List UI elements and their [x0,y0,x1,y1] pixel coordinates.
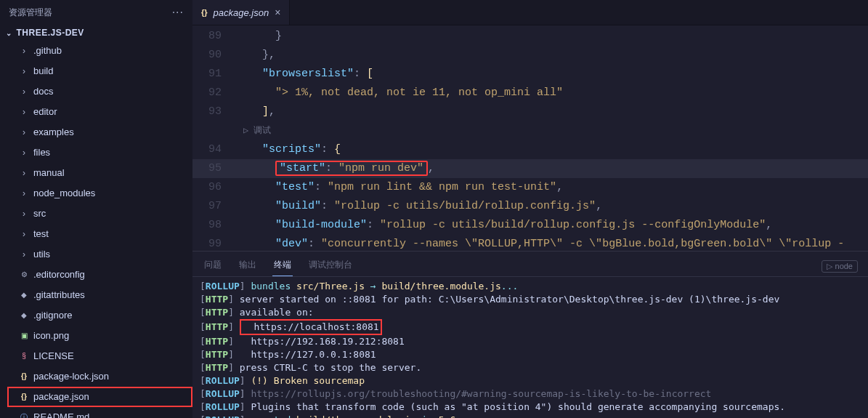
tab-label: package.json [214,7,269,18]
terminal-line: [HTTP] press CTRL-C to stop the server. [200,361,861,374]
folder-label: files [33,145,50,161]
chevron-right-icon [19,145,29,161]
close-icon[interactable]: × [275,7,280,18]
folder-manual[interactable]: manual [7,163,192,183]
code-content: "scripts": { [236,140,868,159]
terminal-line: [ROLLUP] https://rollupjs.org/troublesho… [200,387,861,401]
folder-editor[interactable]: editor [7,102,192,122]
file-.editorconfig[interactable]: ⚙.editorconfig [7,265,192,285]
file-.gitattributes[interactable]: ◆.gitattributes [7,285,192,305]
gutter: 96 [192,178,236,197]
folder-label: test [33,226,49,242]
panel-tabs: 问题输出终端调试控制台 ▷ node [192,252,868,277]
file-icon: ◆ [19,308,29,323]
chevron-right-icon [19,185,29,201]
terminal-line: [ROLLUP] Plugins that transform code (su… [200,401,861,414]
more-icon[interactable]: ··· [172,6,184,19]
project-name: THREE.JS-DEV [17,28,84,38]
panel-tab-0[interactable]: 问题 [203,256,223,276]
terminal-shell-button[interactable]: ▷ node [822,260,858,273]
gutter: 93 [192,103,236,121]
line-97[interactable]: 97 "build": "rollup -c utils/build/rollu… [192,197,868,216]
file-icon: ▣ [19,328,29,344]
line-89[interactable]: 89 } [192,27,868,46]
chevron-right-icon [19,246,29,262]
bottom-panel: 问题输出终端调试控制台 ▷ node [ROLLUP] bundles src/… [192,251,868,418]
file-icon: ◆ [19,287,29,303]
code-content: "dev": "concurrently --names \"ROLLUP,HT… [236,235,868,251]
line-92[interactable]: 92 "> 1%, not dead, not ie 11, not op_mi… [192,84,868,103]
chevron-right-icon [19,165,29,181]
project-header[interactable]: ⌄ THREE.JS-DEV [0,25,192,41]
chevron-right-icon [19,226,29,242]
line-95[interactable]: 95 "start": "npm run dev", [192,159,868,178]
panel-tab-3[interactable]: 调试控制台 [307,256,354,276]
json-icon: {} [201,8,208,17]
file-label: README.md [33,409,89,418]
terminal-line: [HTTP] available on: [200,306,861,319]
main-area: {} package.json × 89 }90 },91 "browsersl… [192,0,868,418]
folder-.github[interactable]: .github [7,41,192,61]
line-98[interactable]: 98 "build-module": "rollup -c utils/buil… [192,216,868,235]
gutter: 95 [192,159,236,178]
file-package-lock.json[interactable]: {}package-lock.json [7,366,192,387]
file-icon: {} [19,389,29,405]
code-content: "build-module": "rollup -c utils/build/r… [236,216,868,235]
file-icon.png[interactable]: ▣icon.png [7,326,192,346]
folder-label: build [33,63,53,79]
line-96[interactable]: 96 "test": "npm run lint && npm run test… [192,178,868,197]
line-94[interactable]: 94 "scripts": { [192,140,868,159]
line-93[interactable]: 93 ], [192,103,868,121]
file-README.md[interactable]: ⓘREADME.md [7,407,192,418]
file-package.json[interactable]: {}package.json [7,387,192,407]
folder-label: manual [33,165,65,181]
folder-utils[interactable]: utils [7,244,192,265]
file-label: package.json [33,389,89,405]
folder-docs[interactable]: docs [7,81,192,102]
gutter: 99 [192,235,236,251]
folder-src[interactable]: src [7,204,192,224]
gutter: 91 [192,65,236,84]
debug-hint[interactable]: 调试 [192,121,868,140]
file-tree: .githubbuilddocseditorexamplesfilesmanua… [0,41,192,418]
chevron-right-icon [19,124,29,140]
terminal-line: [HTTP] https://127.0.0.1:8081 [200,348,861,361]
folder-label: examples [33,124,74,140]
line-90[interactable]: 90 }, [192,46,868,65]
file-label: package-lock.json [33,369,109,385]
folder-label: utils [33,246,50,262]
line-99[interactable]: 99 "dev": "concurrently --names \"ROLLUP… [192,235,868,251]
code-content: ], [236,103,868,121]
gutter: 98 [192,216,236,235]
folder-label: editor [33,104,57,120]
file-label: .gitattributes [33,287,85,303]
folder-label: node_modules [33,185,95,201]
tab-bar: {} package.json × [192,0,868,25]
sidebar: 资源管理器 ··· ⌄ THREE.JS-DEV .githubbuilddoc… [0,0,192,418]
folder-examples[interactable]: examples [7,122,192,142]
folder-label: .github [33,43,62,59]
code-content: "test": "npm run lint && npm run test-un… [236,178,868,197]
folder-node_modules[interactable]: node_modules [7,183,192,204]
panel-tab-2[interactable]: 终端 [272,256,293,276]
folder-test[interactable]: test [7,224,192,244]
code-content: } [236,27,868,46]
line-91[interactable]: 91 "browserslist": [ [192,65,868,84]
terminal-line: [HTTP] server started on ::8081 for path… [200,293,861,306]
chevron-right-icon [19,43,29,59]
code-content: "build": "rollup -c utils/build/rollup.c… [236,197,868,216]
tab-package-json[interactable]: {} package.json × [192,0,290,25]
code-content: "browserslist": [ [236,65,868,84]
gutter: 97 [192,197,236,216]
folder-build[interactable]: build [7,61,192,81]
chevron-down-icon: ⌄ [6,29,12,37]
folder-files[interactable]: files [7,142,192,163]
panel-tab-1[interactable]: 输出 [238,256,258,276]
file-LICENSE[interactable]: §LICENSE [7,346,192,366]
folder-label: src [33,206,46,222]
gutter: 92 [192,84,236,103]
file-.gitignore[interactable]: ◆.gitignore [7,305,192,326]
file-icon: § [19,348,29,364]
code-editor[interactable]: 89 }90 },91 "browserslist": [92 "> 1%, n… [192,25,868,251]
terminal[interactable]: [ROLLUP] bundles src/Three.js → build/th… [192,277,868,418]
